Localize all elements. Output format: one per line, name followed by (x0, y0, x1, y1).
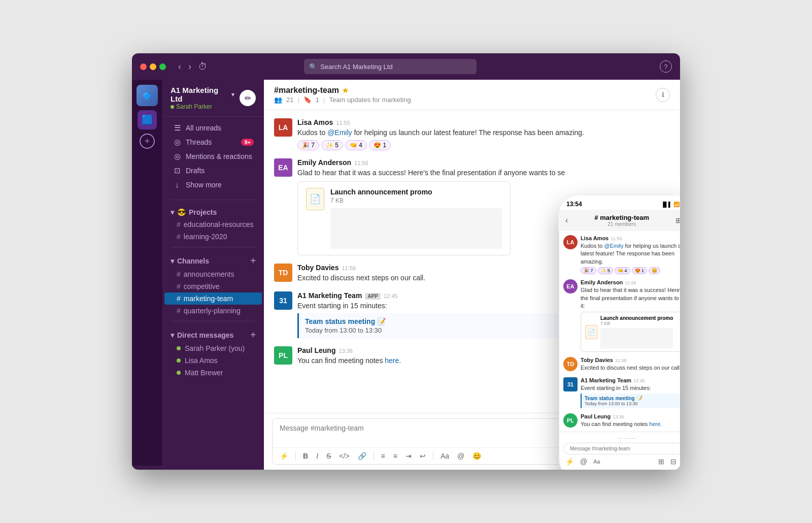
reaction[interactable]: 🤜 4 (345, 140, 367, 150)
channel-name: quarterly-planning (184, 307, 241, 315)
channels-section-header[interactable]: ▾ Channels + (162, 251, 264, 268)
message-text: Glad to hear that it was a success! Here… (297, 168, 670, 178)
reaction[interactable]: 😍 1 (369, 140, 391, 150)
link-button[interactable]: 🔗 (356, 451, 368, 461)
dm-section-header[interactable]: ▾ Direct messages + (162, 325, 264, 342)
text-format-button[interactable]: Aa (438, 451, 451, 461)
sidebar-item-threads[interactable]: ◎ Threads 9+ (164, 135, 262, 149)
channel-marketing-team[interactable]: # marketing-team (164, 292, 262, 305)
phone-video-button[interactable]: ⊟ (670, 457, 676, 466)
phone-message-content: Emily Anderson 11:56 Glad to hear that i… (581, 279, 680, 352)
wifi-icon: 📶 (673, 202, 680, 207)
divider-1 (171, 200, 256, 200)
bookmarks-icon: 🔖 (303, 96, 312, 104)
sidebar-item-drafts[interactable]: ⊡ Drafts (164, 164, 262, 178)
phone-file-attachment[interactable]: 📄 Launch announcement promo 7 KB (581, 312, 680, 352)
minimize-button[interactable] (150, 63, 156, 70)
lightning-button[interactable]: ⚡ (278, 451, 290, 461)
add-dm-button[interactable]: + (250, 330, 256, 340)
star-icon[interactable]: ★ (342, 86, 349, 94)
online-dot (177, 358, 181, 363)
phone-message-input[interactable] (563, 443, 680, 454)
sidebar-item-mentions[interactable]: ◎ Mentions & reactions (164, 149, 262, 164)
phone-time: 13:54 (566, 201, 582, 208)
phone-channel-name: # marketing-team (594, 214, 649, 221)
emoji-button[interactable]: 😊 (470, 451, 483, 461)
meeting-notes-link[interactable]: here (385, 356, 399, 365)
threads-icon: ◎ (173, 138, 182, 147)
phone-msg-header: A1 Marketing Team 12:45 (581, 377, 680, 383)
sender-name: Lisa Amos (297, 118, 333, 126)
channel-meta: 👥 21 | 🔖 1 | Team updates for marketing (274, 96, 411, 104)
search-bar[interactable]: 🔍 Search A1 Marketing Ltd (304, 59, 477, 74)
sender-name: Paul Leung (297, 346, 335, 354)
phone-link[interactable]: here. (649, 421, 662, 427)
reaction[interactable]: 🎉 7 (297, 140, 319, 150)
italic-button[interactable]: I (314, 451, 320, 461)
title-bar: ‹ › ⏱ 🔍 Search A1 Marketing Ltd ? (132, 53, 680, 80)
phone-msg-header: Toby Davies 11:58 (581, 357, 680, 363)
add-workspace-button[interactable]: + (140, 134, 155, 149)
dm-name: Lisa Amos (185, 356, 218, 365)
projects-section-header[interactable]: ▾ 😎 Projects (162, 204, 264, 218)
second-workspace[interactable]: 🟦 (138, 110, 157, 129)
workspace-icon[interactable]: 🔷 (137, 85, 158, 106)
close-button[interactable] (140, 63, 147, 70)
online-status-dot (171, 105, 174, 109)
bold-button[interactable]: B (301, 451, 310, 461)
phone-sender-name: Paul Leung (581, 413, 611, 419)
file-attachment[interactable]: 📄 Launch announcement promo 7 KB (297, 181, 511, 255)
indent-button[interactable]: ⇥ (403, 451, 414, 461)
signal-bars-icon: ▐▌▌ (661, 202, 672, 207)
channel-info-button[interactable]: ℹ (656, 88, 670, 102)
channel-name: marketing-team (184, 295, 233, 303)
phone-reaction[interactable]: 🎉 7 (581, 267, 596, 274)
projects-emoji: 😎 (177, 208, 186, 216)
reaction[interactable]: ✨ 5 (321, 140, 343, 150)
mention-button[interactable]: @ (455, 451, 466, 461)
dm-lisa-amos[interactable]: Lisa Amos (162, 354, 264, 367)
maximize-button[interactable] (159, 63, 166, 70)
phone-search-icon[interactable]: ⊞ (675, 216, 680, 224)
code-button[interactable]: </> (337, 451, 351, 461)
help-button[interactable]: ? (660, 60, 672, 73)
phone-back-button[interactable]: ‹ (565, 216, 568, 225)
phone-mention-button[interactable]: @ (580, 457, 587, 466)
add-channel-button[interactable]: + (250, 255, 256, 266)
file-preview (330, 208, 502, 249)
format-button[interactable]: ↩ (418, 451, 428, 461)
channel-title: #marketing-team ★ (274, 86, 411, 95)
channel-announcements[interactable]: # announcements (162, 268, 264, 280)
phone-reaction[interactable]: ✨ 5 (598, 267, 614, 274)
phone-msg-time: 11:56 (625, 280, 636, 285)
sidebar-item-all-unreads[interactable]: ☰ All unreads (164, 121, 262, 135)
ordered-list-button[interactable]: ≡ (379, 451, 387, 461)
phone-audio-button[interactable]: ⊞ (658, 457, 664, 466)
dm-sarah-parker[interactable]: Sarah Parker (you) (162, 342, 264, 354)
phone-message-content: Paul Leung 13:36 You can find meeting no… (581, 413, 680, 428)
phone-reaction[interactable]: 😍 1 (632, 267, 648, 274)
forward-button[interactable]: › (186, 60, 193, 73)
phone-reaction[interactable]: 🤜 4 (615, 267, 630, 274)
phone-avatar: EA (563, 279, 578, 293)
mentions-label: Mentions & reactions (186, 152, 254, 160)
phone-msg-header: Emily Anderson 11:56 (581, 279, 680, 285)
dm-matt-brewer[interactable]: Matt Brewer (162, 367, 264, 379)
strikethrough-button[interactable]: S (324, 451, 333, 461)
channel-educational-resources[interactable]: # educational-resources (162, 218, 264, 231)
channel-learning-2020[interactable]: # learning-2020 (162, 231, 264, 243)
channel-quarterly-planning[interactable]: # quarterly-planning (162, 305, 264, 317)
history-button[interactable]: ⏱ (196, 60, 210, 73)
unordered-list-button[interactable]: ≡ (391, 451, 399, 461)
reactions: 🎉 7 ✨ 5 🤜 4 😍 1 (297, 140, 670, 150)
channel-competitive[interactable]: # competitive (162, 280, 264, 292)
back-button[interactable]: ‹ (176, 60, 183, 73)
search-icon: 🔍 (309, 63, 317, 71)
sidebar-item-show-more[interactable]: ↓ Show more (164, 178, 262, 191)
phone-message-content: Lisa Amos 11:55 Kudos to @Emily for help… (581, 235, 680, 274)
phone-lightning-button[interactable]: ⚡ (565, 457, 574, 466)
workspace-name[interactable]: A1 Marketing Ltd ▾ (171, 86, 234, 103)
phone-text-button[interactable]: Aa (593, 459, 600, 465)
phone-reaction[interactable]: 😊 (649, 267, 660, 274)
compose-button[interactable]: ✏ (240, 90, 256, 106)
